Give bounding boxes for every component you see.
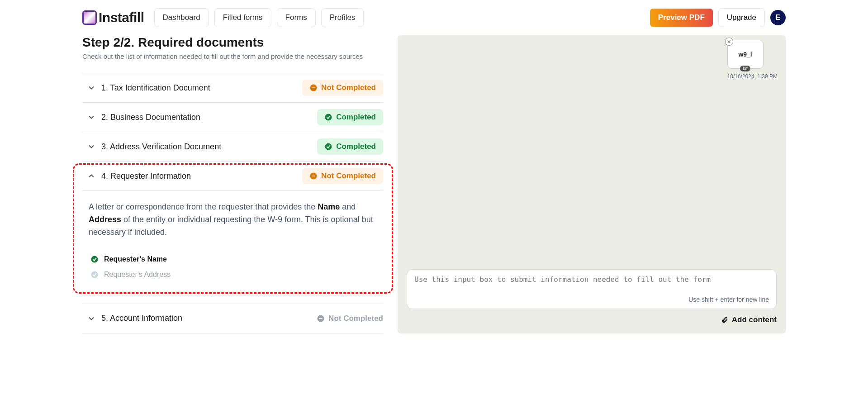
minus-circle-icon [317, 314, 325, 323]
desc-text: and [340, 202, 356, 211]
doc-expanded-panel: A letter or correspondence from the requ… [82, 191, 383, 295]
input-panel: ✕ w9_l txt 10/16/2024, 1:39 PM Use shift… [398, 35, 786, 333]
chevron-down-icon [87, 113, 96, 122]
check-circle-icon [324, 113, 332, 121]
content-input[interactable] [414, 275, 769, 292]
svg-rect-9 [319, 318, 323, 319]
attached-file-card[interactable]: ✕ w9_l txt 10/16/2024, 1:39 PM [727, 40, 778, 80]
sub-item-requester-name[interactable]: Requester's Name [89, 252, 377, 267]
chevron-down-icon [87, 314, 96, 323]
nav-filled-forms[interactable]: Filled forms [214, 8, 271, 27]
svg-point-3 [325, 143, 332, 150]
doc-description: A letter or correspondence from the requ… [89, 201, 377, 239]
status-text: Completed [336, 113, 376, 122]
status-text: Not Completed [321, 171, 376, 181]
svg-point-2 [325, 114, 332, 121]
paperclip-icon [721, 316, 728, 324]
status-badge-completed: Completed [317, 109, 383, 125]
svg-rect-1 [312, 87, 315, 88]
check-circle-icon [90, 255, 99, 263]
add-content-label: Add content [732, 315, 777, 324]
svg-point-7 [91, 271, 98, 278]
status-text: Not Completed [328, 314, 383, 323]
brand-icon [82, 10, 97, 25]
step-title: Step 2/2. Required documents [82, 35, 383, 50]
doc-row-account-info[interactable]: 5. Account Information Not Completed [82, 304, 383, 333]
file-thumbnail: ✕ w9_l txt [727, 40, 764, 69]
status-badge-not-completed: Not Completed [302, 80, 383, 96]
nav-dashboard[interactable]: Dashboard [154, 8, 209, 27]
upgrade-button[interactable]: Upgrade [718, 8, 765, 27]
svg-rect-5 [312, 176, 315, 176]
svg-point-6 [91, 256, 98, 262]
status-text: Not Completed [321, 83, 376, 92]
file-name: w9_l [738, 51, 752, 58]
minus-circle-icon [309, 172, 318, 180]
add-content-button[interactable]: Add content [407, 315, 777, 324]
doc-label: 1. Tax Identification Document [101, 83, 302, 93]
chevron-down-icon [87, 83, 96, 92]
file-date: 10/16/2024, 1:39 PM [727, 73, 778, 80]
brand-logo[interactable]: Instafill [82, 10, 144, 25]
step-subtitle: Check out the list of information needed… [82, 52, 383, 60]
status-badge-completed: Completed [317, 138, 383, 155]
check-circle-icon [90, 271, 99, 279]
doc-label: 2. Business Documentation [101, 113, 317, 122]
minus-circle-icon [309, 84, 318, 92]
status-badge-not-completed: Not Completed [302, 168, 383, 184]
doc-label: 3. Address Verification Document [101, 142, 317, 152]
chevron-down-icon [87, 142, 96, 151]
doc-row-address-verification[interactable]: 3. Address Verification Document Complet… [82, 132, 383, 162]
sub-item-label: Requester's Address [104, 271, 171, 279]
doc-row-business-docs[interactable]: 2. Business Documentation Completed [82, 103, 383, 132]
doc-label: 4. Requester Information [101, 171, 302, 181]
status-text: Completed [336, 142, 376, 151]
desc-text: A letter or correspondence from the requ… [89, 202, 318, 211]
sub-item-label: Requester's Name [104, 255, 167, 263]
content-input-wrapper: Use shift + enter for new line [407, 269, 777, 309]
brand-name: Instafill [99, 10, 144, 25]
input-hint: Use shift + enter for new line [414, 296, 769, 303]
highlighted-region: 4. Requester Information Not Completed A… [82, 162, 383, 295]
documents-panel: Step 2/2. Required documents Check out t… [82, 35, 383, 333]
desc-bold-name: Name [318, 202, 340, 211]
desc-text: of the entity or individual requesting t… [89, 215, 373, 237]
preview-pdf-button[interactable]: Preview PDF [650, 9, 713, 27]
check-circle-icon [324, 143, 332, 151]
top-header: Instafill Dashboard Filled forms Forms P… [82, 0, 786, 35]
file-ext-badge: txt [740, 66, 750, 71]
file-remove-button[interactable]: ✕ [725, 38, 733, 46]
chevron-up-icon [87, 171, 96, 181]
sub-item-requester-address[interactable]: Requester's Address [89, 267, 377, 282]
user-avatar[interactable]: E [770, 10, 786, 25]
doc-row-tax-id[interactable]: 1. Tax Identification Document Not Compl… [82, 73, 383, 103]
nav-forms[interactable]: Forms [277, 8, 316, 27]
doc-label: 5. Account Information [101, 314, 309, 323]
doc-row-requester-info[interactable]: 4. Requester Information Not Completed [82, 162, 383, 191]
status-badge-not-completed: Not Completed [309, 310, 383, 327]
desc-bold-address: Address [89, 215, 121, 224]
nav-profiles[interactable]: Profiles [321, 8, 364, 27]
